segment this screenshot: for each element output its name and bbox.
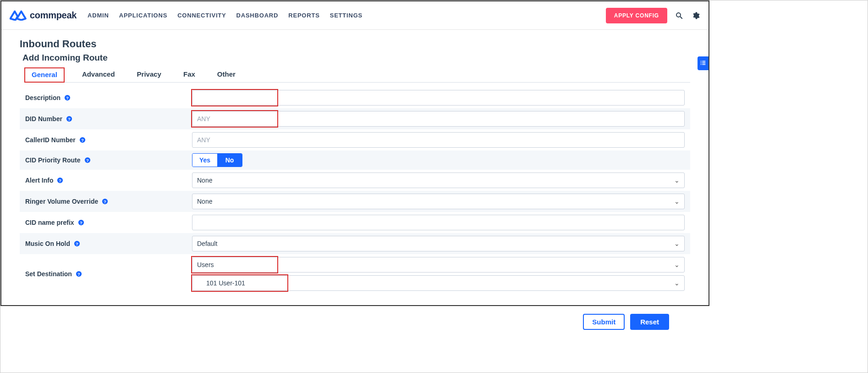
content: Inbound Routes Add Incoming Route Genera… (1, 30, 709, 341)
app-window: commpeak ADMIN APPLICATIONS CONNECTIVITY… (0, 0, 709, 306)
select-value: None (197, 177, 212, 184)
row-did-number: DID Number ? (20, 108, 690, 129)
submit-button[interactable]: Submit (583, 314, 625, 330)
nav-admin[interactable]: ADMIN (88, 12, 109, 19)
tabs: General Advanced Privacy Fax Other (24, 67, 690, 83)
ctrl-set-destination: Users ⌄ 101 User-101 ⌄ (192, 257, 690, 291)
ctrl-description (192, 90, 690, 106)
help-icon[interactable]: ? (66, 116, 72, 122)
help-icon[interactable]: ? (57, 177, 63, 184)
ctrl-cid-name-prefix (192, 215, 690, 230)
cid-priority-toggle[interactable]: Yes No (192, 153, 242, 167)
select-value: Default (197, 240, 217, 247)
svg-text:?: ? (81, 138, 84, 143)
label-cid-name-prefix: CID name prefix ? (20, 219, 192, 226)
label-set-destination: Set Destination ? (20, 270, 192, 278)
svg-text:?: ? (86, 158, 89, 163)
label-text-did: DID Number (25, 115, 62, 122)
help-icon[interactable]: ? (102, 198, 108, 205)
cid-name-prefix-input[interactable] (192, 215, 685, 230)
form: Description ? DID Number ? (20, 87, 690, 294)
ctrl-callerid (192, 132, 690, 148)
ringer-volume-select[interactable]: None ⌄ (192, 194, 685, 209)
tab-other[interactable]: Other (213, 67, 240, 82)
select-value: None (197, 198, 212, 205)
svg-point-0 (676, 13, 681, 17)
svg-rect-21 (702, 61, 705, 61)
row-ringer-volume: Ringer Volume Override ? None ⌄ (20, 191, 690, 212)
help-icon[interactable]: ? (79, 137, 86, 143)
ctrl-ringer-volume: None ⌄ (192, 194, 690, 209)
help-icon[interactable]: ? (78, 219, 84, 226)
header-right: APPLY CONFIG (606, 8, 700, 23)
svg-rect-22 (701, 62, 702, 63)
select-value: Users (197, 261, 214, 268)
svg-text:?: ? (80, 220, 82, 225)
chevron-down-icon: ⌄ (674, 261, 680, 268)
label-text-callerid: CallerID Number (25, 136, 76, 144)
nav-applications[interactable]: APPLICATIONS (119, 12, 167, 19)
toggle-no[interactable]: No (217, 154, 242, 167)
music-on-hold-select[interactable]: Default ⌄ (192, 236, 685, 251)
nav-reports[interactable]: REPORTS (288, 12, 319, 19)
chevron-down-icon: ⌄ (674, 279, 680, 287)
tab-privacy[interactable]: Privacy (132, 67, 166, 82)
row-description: Description ? (20, 87, 690, 108)
svg-rect-23 (702, 62, 705, 63)
svg-rect-20 (701, 61, 702, 61)
label-did-number: DID Number ? (20, 115, 192, 122)
brand-name: commpeak (30, 10, 77, 21)
destination-target-select[interactable]: 101 User-101 ⌄ (192, 275, 685, 291)
row-set-destination: Set Destination ? Users ⌄ 101 User-101 (20, 254, 690, 294)
row-cid-name-prefix: CID name prefix ? (20, 212, 690, 233)
row-callerid: CallerID Number ? (20, 129, 690, 150)
alert-info-select[interactable]: None ⌄ (192, 173, 685, 188)
tab-fax[interactable]: Fax (179, 67, 200, 82)
select-value: 101 User-101 (197, 279, 245, 287)
reset-button[interactable]: Reset (630, 314, 669, 330)
nav-settings[interactable]: SETTINGS (330, 12, 363, 19)
main-nav: ADMIN APPLICATIONS CONNECTIVITY DASHBOAR… (88, 12, 363, 19)
label-music-on-hold: Music On Hold ? (20, 240, 192, 247)
label-text-set-destination: Set Destination (25, 270, 72, 278)
nav-connectivity[interactable]: CONNECTIVITY (177, 12, 226, 19)
list-icon (700, 60, 706, 67)
help-icon[interactable]: ? (76, 271, 82, 277)
tab-general[interactable]: General (24, 67, 65, 83)
row-alert-info: Alert Info ? None ⌄ (20, 170, 690, 191)
page-subtitle: Add Incoming Route (22, 53, 690, 63)
ctrl-alert-info: None ⌄ (192, 173, 690, 188)
svg-text:?: ? (59, 178, 62, 183)
did-number-input[interactable] (192, 111, 685, 127)
svg-rect-25 (702, 64, 705, 65)
header: commpeak ADMIN APPLICATIONS CONNECTIVITY… (1, 1, 709, 30)
nav-dashboard[interactable]: DASHBOARD (236, 12, 279, 19)
page-title: Inbound Routes (20, 38, 690, 50)
brand-logo[interactable]: commpeak (10, 9, 77, 22)
description-input[interactable] (192, 90, 685, 106)
toggle-yes[interactable]: Yes (192, 154, 217, 167)
chevron-down-icon: ⌄ (674, 177, 680, 184)
search-icon[interactable] (675, 11, 684, 20)
chevron-down-icon: ⌄ (674, 198, 680, 205)
apply-config-button[interactable]: APPLY CONFIG (606, 8, 667, 23)
ctrl-did-number (192, 111, 690, 127)
gear-icon[interactable] (691, 11, 700, 20)
svg-text:?: ? (66, 95, 69, 100)
help-icon[interactable]: ? (74, 240, 80, 247)
label-text-cid-name-prefix: CID name prefix (25, 219, 74, 226)
svg-line-1 (680, 17, 682, 19)
svg-text:?: ? (104, 199, 106, 204)
tab-advanced[interactable]: Advanced (77, 67, 120, 82)
label-alert-info: Alert Info ? (20, 177, 192, 184)
svg-text:?: ? (68, 117, 71, 122)
svg-text:?: ? (76, 241, 78, 246)
side-list-tab[interactable] (698, 56, 709, 70)
svg-text:?: ? (77, 272, 80, 277)
destination-type-select[interactable]: Users ⌄ (192, 257, 685, 273)
callerid-number-input[interactable] (192, 132, 685, 148)
chevron-down-icon: ⌄ (674, 240, 680, 247)
help-icon[interactable]: ? (64, 95, 71, 101)
label-text-cid-priority: CID Priority Route (25, 156, 81, 164)
help-icon[interactable]: ? (84, 157, 91, 163)
